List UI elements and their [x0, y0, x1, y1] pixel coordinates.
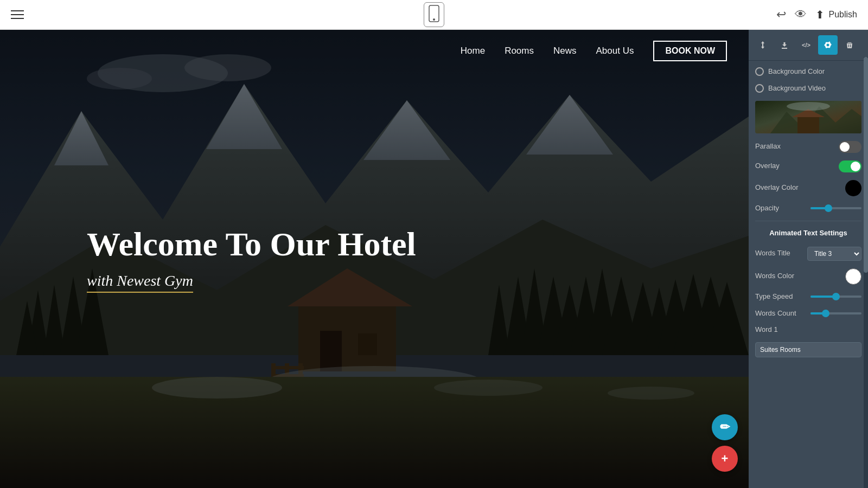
overlay-color-row: Overlay Color [755, 180, 861, 196]
words-title-label: Words Title [755, 249, 803, 258]
animated-text-header: Animated Text Settings [755, 226, 861, 240]
edit-icon: ✏ [720, 420, 730, 434]
add-icon: + [722, 452, 729, 466]
scroll-thumb[interactable] [864, 57, 868, 273]
toolbar: ↩ 👁 ⬆ Publish [0, 0, 868, 30]
background-color-row: Background Color [755, 67, 861, 76]
background-color-radio[interactable] [755, 67, 764, 76]
words-color-row: Words Color [755, 268, 861, 285]
add-fab-button[interactable]: + [712, 446, 738, 472]
words-count-slider[interactable] [810, 312, 861, 314]
hero-content: Welcome To Our Hotel with Newest Gym [87, 225, 416, 292]
words-color-swatch[interactable] [845, 268, 861, 285]
hero-subtitle: with Newest Gym [87, 272, 193, 293]
nav-about[interactable]: About Us [596, 46, 634, 56]
right-panel: </> Background Color Backgr [749, 30, 868, 488]
delete-button[interactable] [840, 35, 859, 55]
phone-view-button[interactable] [424, 2, 444, 27]
parallax-knob [840, 142, 850, 152]
svg-point-1 [433, 18, 435, 21]
background-video-row: Background Video [755, 84, 861, 93]
code-button[interactable]: </> [796, 35, 816, 55]
opacity-label: Opacity [755, 204, 806, 213]
overlay-color-swatch[interactable] [845, 180, 861, 196]
move-updown-button[interactable] [753, 35, 773, 55]
words-count-label: Words Count [755, 309, 806, 318]
words-count-thumb[interactable] [822, 310, 829, 317]
hero-title: Welcome To Our Hotel [87, 225, 416, 262]
nav-rooms[interactable]: Rooms [505, 46, 534, 56]
svg-rect-47 [797, 117, 819, 133]
words-count-row: Words Count [755, 309, 861, 318]
preview-button[interactable]: 👁 [795, 8, 807, 22]
settings-button[interactable] [818, 35, 838, 55]
edit-fab-button[interactable]: ✏ [712, 414, 738, 440]
word1-label: Word 1 [755, 325, 861, 335]
separator-1 [755, 221, 861, 221]
toolbar-right: ↩ 👁 ⬆ Publish [776, 8, 857, 22]
type-speed-thumb[interactable] [832, 293, 840, 300]
opacity-row: Opacity [755, 204, 861, 213]
overlay-knob [851, 162, 860, 171]
type-speed-row: Type Speed [755, 292, 861, 301]
overlay-row: Overlay [755, 160, 861, 172]
undo-button[interactable]: ↩ [776, 8, 786, 22]
overlay-toggle[interactable] [839, 160, 861, 172]
nav-news[interactable]: News [553, 46, 577, 56]
type-speed-slider[interactable] [810, 296, 861, 298]
publish-label: Publish [829, 10, 857, 20]
opacity-slider[interactable] [810, 207, 861, 209]
canvas: Home Rooms News About Us BOOK NOW Welcom… [0, 30, 749, 488]
panel-icon-toolbar: </> [749, 30, 868, 61]
panel-settings-content: Background Color Background Video [749, 61, 868, 488]
toolbar-center [424, 2, 444, 27]
svg-point-49 [787, 102, 830, 111]
overlay-label: Overlay [755, 162, 834, 171]
download-button[interactable] [775, 35, 794, 55]
nav-book-now[interactable]: BOOK NOW [653, 41, 727, 61]
type-speed-label: Type Speed [755, 292, 806, 301]
scroll-track [864, 57, 868, 488]
parallax-row: Parallax [755, 141, 861, 153]
opacity-thumb[interactable] [825, 204, 832, 212]
parallax-toggle[interactable] [839, 141, 861, 153]
background-image-thumbnail[interactable] [755, 101, 861, 133]
toolbar-left [11, 10, 24, 19]
word1-label-row: Word 1 [755, 325, 861, 335]
parallax-label: Parallax [755, 142, 834, 151]
word1-input[interactable] [755, 342, 861, 357]
fab-container: ✏ + [712, 414, 738, 472]
background-video-radio[interactable] [755, 84, 764, 93]
overlay-slider [839, 160, 861, 172]
words-title-select[interactable]: Title 1 Title 2 Title 3 Title 4 [807, 247, 861, 261]
parallax-slider [839, 141, 861, 153]
hamburger-menu-button[interactable] [11, 10, 24, 19]
background-video-label: Background Video [768, 84, 861, 93]
canvas-navigation: Home Rooms News About Us BOOK NOW [0, 30, 749, 72]
words-title-row: Words Title Title 1 Title 2 Title 3 Titl… [755, 247, 861, 261]
background-color-label: Background Color [768, 67, 861, 76]
overlay-color-label: Overlay Color [755, 183, 841, 192]
publish-button[interactable]: ⬆ Publish [815, 8, 857, 21]
upload-icon: ⬆ [815, 8, 825, 21]
words-color-label: Words Color [755, 272, 841, 281]
main-area: Home Rooms News About Us BOOK NOW Welcom… [0, 30, 868, 488]
nav-home[interactable]: Home [461, 46, 485, 56]
